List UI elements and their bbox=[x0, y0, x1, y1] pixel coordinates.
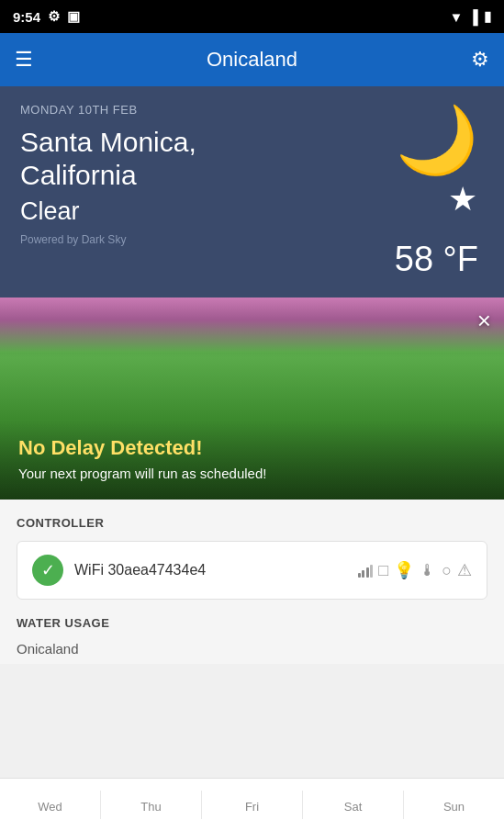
status-check-icon: ✓ bbox=[32, 555, 63, 586]
wifi-icon: ▼ bbox=[450, 9, 464, 25]
chart-day-wed: Wed bbox=[0, 791, 101, 819]
water-usage-label: Onicaland bbox=[17, 641, 487, 664]
status-bar: 9:54 ⚙ ▣ ▼ ▐ ▮ bbox=[0, 0, 504, 33]
bulb-icon: 💡 bbox=[394, 560, 414, 580]
moon-icon: 🌙★ bbox=[396, 107, 478, 239]
chart-day-sat: Sat bbox=[303, 791, 404, 819]
app-title: Onicaland bbox=[207, 48, 297, 72]
chart-day-sun: Sun bbox=[404, 791, 504, 819]
banner-headline: No Delay Detected! bbox=[18, 436, 486, 460]
menu-icon[interactable]: ☰ bbox=[15, 48, 33, 72]
banner-subtitle: Your next program will run as scheduled! bbox=[18, 466, 486, 481]
circle-icon: ○ bbox=[442, 561, 452, 580]
weather-icon-area: 🌙★ bbox=[396, 107, 478, 239]
weather-state: California bbox=[20, 160, 137, 190]
nav-bar: ☰ Onicaland ⚙ bbox=[0, 33, 504, 86]
controller-device-name: WiFi 30aea47434e4 bbox=[74, 562, 206, 578]
alert-icon: ⚠ bbox=[457, 560, 472, 580]
lawn-flowers bbox=[0, 298, 504, 353]
weather-temperature: 58 °F bbox=[395, 240, 478, 279]
status-bar-left: 9:54 ⚙ ▣ bbox=[13, 8, 80, 25]
temperature-icon: 🌡 bbox=[420, 561, 436, 580]
chart-day-fri: Fri bbox=[202, 791, 303, 819]
chart-days: Wed Thu Fri Sat Sun bbox=[0, 791, 504, 819]
chart-day-thu: Thu bbox=[101, 791, 202, 819]
controller-card[interactable]: ✓ WiFi 30aea47434e4 □ 💡 🌡 ○ ⚠ bbox=[17, 541, 487, 600]
settings-icon[interactable]: ⚙ bbox=[471, 48, 489, 72]
water-usage-section-title: WATER USAGE bbox=[17, 616, 487, 630]
lawn-banner: × No Delay Detected! Your next program w… bbox=[0, 298, 504, 500]
screen-icon: □ bbox=[378, 561, 388, 580]
close-icon[interactable]: × bbox=[477, 307, 491, 335]
weather-section: MONDAY 10TH FEB Santa Monica, California… bbox=[0, 86, 504, 298]
signal-bars-icon bbox=[358, 563, 374, 578]
controller-section-title: CONTROLLER bbox=[17, 516, 487, 530]
chart-bar: Wed Thu Fri Sat Sun bbox=[0, 778, 504, 831]
controller-section: CONTROLLER ✓ WiFi 30aea47434e4 □ 💡 🌡 ○ ⚠ bbox=[0, 500, 504, 600]
controller-left: ✓ WiFi 30aea47434e4 bbox=[32, 555, 206, 586]
status-time: 9:54 bbox=[13, 9, 40, 25]
sim-icon: ▣ bbox=[67, 8, 80, 25]
lawn-overlay: No Delay Detected! Your next program wil… bbox=[0, 420, 504, 500]
checkmark-icon: ✓ bbox=[41, 560, 55, 580]
water-usage-section: WATER USAGE Onicaland bbox=[0, 600, 504, 664]
battery-icon: ▮ bbox=[484, 8, 491, 25]
status-bar-right: ▼ ▐ ▮ bbox=[450, 8, 492, 25]
weather-city-name: Santa Monica, bbox=[20, 127, 196, 157]
settings-status-icon: ⚙ bbox=[48, 8, 60, 25]
signal-icon: ▐ bbox=[468, 9, 478, 25]
controller-status-icons: □ 💡 🌡 ○ ⚠ bbox=[358, 560, 472, 580]
